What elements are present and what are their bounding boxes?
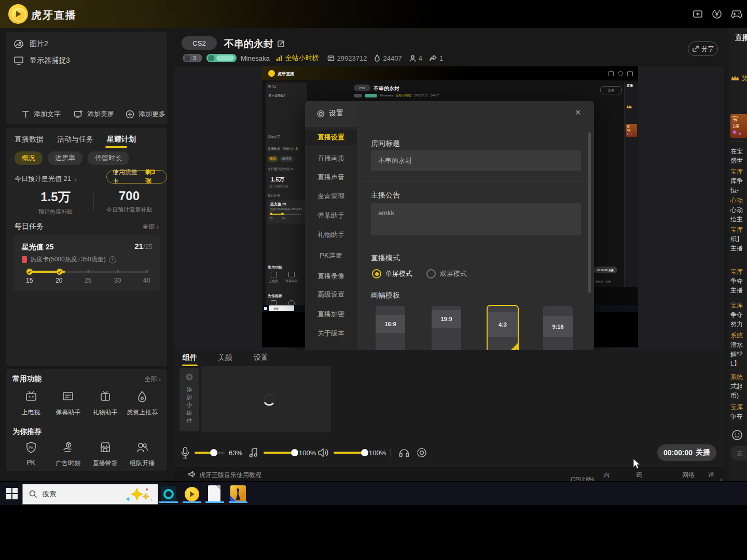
menu-advanced[interactable]: 高级设置 (305, 287, 357, 302)
running-indicator (229, 501, 247, 503)
widget-preview[interactable] (201, 366, 331, 432)
mic-volume-value: 63% (229, 449, 242, 457)
source-item-monitor[interactable]: 显示器捕捉3 (13, 54, 70, 67)
heat-value: 24407 (383, 54, 402, 62)
stream-settings-gear-icon[interactable] (416, 447, 427, 458)
tv-cast-icon[interactable] (693, 9, 703, 19)
gamepad-icon[interactable] (730, 9, 743, 19)
taskbar-app-obs[interactable] (161, 486, 176, 502)
speaker-icon[interactable] (317, 447, 329, 458)
emoji-smiley-icon[interactable] (731, 429, 743, 441)
recommend-item-pk[interactable]: PK PK (12, 441, 50, 468)
quick-all-link[interactable]: 全部 › (145, 375, 161, 384)
music-slider-knob[interactable] (291, 449, 298, 456)
info-icon[interactable]: ? (109, 256, 116, 263)
quick-item-tv[interactable]: 上电视 (12, 390, 50, 417)
share-button[interactable]: 分享 (688, 41, 718, 56)
start-button[interactable] (6, 488, 18, 499)
radio-off-icon (426, 269, 436, 278)
chevron-right-icon[interactable]: › (74, 175, 77, 184)
stop-stream-button[interactable]: 00:00:00 关播 (657, 444, 716, 461)
use-traffic-card-button[interactable]: 使用流量卡 剩3张 (106, 170, 167, 184)
tab-live-data[interactable]: 直播数据 (15, 135, 44, 144)
chat-divider (730, 142, 744, 143)
recommend-item-ad[interactable]: 广告时刻 (50, 441, 87, 468)
windows-taskbar: 搜索 (0, 482, 747, 505)
speaker-slider-knob[interactable] (361, 449, 368, 456)
tab-activities[interactable]: 活动与任务 (57, 135, 93, 144)
menu-live-settings[interactable]: 直播设置 (305, 130, 357, 145)
task-card: 星光值 25 21/25 热度卡(5000热度+350流量) ? 15 20 2… (13, 235, 160, 291)
chat-input[interactable]: 发 (730, 446, 747, 460)
taskbar-search-box[interactable]: 搜索 (22, 484, 158, 505)
template-16-9[interactable]: 16:9 (376, 306, 405, 353)
task-total: /25 (143, 243, 153, 250)
edit-title-icon[interactable] (277, 39, 285, 48)
pill-stay-time[interactable]: 停留时长 (88, 151, 129, 165)
menu-encrypt[interactable]: 直播加密 (305, 306, 357, 322)
menu-speech[interactable]: 发言管理 (305, 189, 357, 204)
chat-tab[interactable]: 直播 (735, 33, 747, 43)
chart-bars-icon (276, 55, 283, 62)
category-badge[interactable]: CS2 (182, 36, 217, 50)
quick-item-promote[interactable]: 虎翼上推荐 (124, 390, 161, 417)
search-highlights-icon[interactable] (124, 486, 154, 502)
template-9-16[interactable]: 9:16 (543, 306, 573, 353)
dialog-scrollbar[interactable] (588, 132, 591, 293)
data-panel: 直播数据 活动与任务 星耀计划 概况 进房率 停留时长 今日预计星光值 21 ›… (6, 128, 167, 366)
mic-icon[interactable] (181, 446, 190, 459)
pill-entry-rate[interactable]: 进房率 (48, 151, 82, 165)
menu-about[interactable]: 关于版本 (305, 326, 357, 341)
radio-dual-screen[interactable]: 双屏模式 (426, 269, 467, 278)
recommend-item-team[interactable]: 组队开播 (124, 441, 161, 468)
menu-quality[interactable]: 直播画质 (305, 151, 357, 166)
menu-record[interactable]: 直播录像 (305, 269, 357, 284)
taskbar-app-document[interactable] (208, 485, 220, 502)
letterbox-band (0, 505, 747, 560)
add-widget-button[interactable]: 添加小组件 (179, 368, 199, 431)
mic-slider-knob[interactable] (210, 449, 217, 456)
tab-star-plan[interactable]: 星耀计划 (107, 135, 136, 144)
music-notice-link[interactable]: 虎牙正版音乐使用教程 (199, 471, 261, 480)
source-item-image[interactable]: 图片2 (13, 37, 48, 51)
starlight-label: 今日预计星光值 21 (15, 174, 71, 184)
currency-icon[interactable] (711, 8, 723, 20)
menu-danmu[interactable]: 弹幕助手 (305, 208, 357, 223)
taskbar-app-cs2[interactable] (230, 485, 246, 502)
announce-label: 主播公告 (371, 191, 400, 200)
pk-shield-icon: PK (24, 441, 38, 454)
recommend-item-shop[interactable]: 直播带货 (87, 441, 124, 468)
close-icon[interactable]: ✕ (575, 108, 582, 117)
activity-banner[interactable]: 宝 1星 (730, 114, 747, 138)
add-text-button[interactable]: 添加文字 (22, 109, 61, 119)
radio-single-screen[interactable]: 单屏模式 (372, 269, 412, 278)
add-screen-button[interactable]: 添加美屏 (74, 109, 114, 119)
taskbar-app-huya[interactable] (184, 486, 200, 502)
pill-overview[interactable]: 概况 (15, 151, 43, 165)
quick-item-gift[interactable]: 礼物助手 (87, 390, 124, 417)
running-indicator (183, 501, 201, 503)
share-arrow-icon (430, 55, 437, 61)
hour-rank-label[interactable]: 全站小时榜 (285, 53, 319, 63)
add-more-button[interactable]: 添加更多 (126, 109, 165, 119)
hand-coin-icon (61, 441, 75, 454)
announce-input[interactable]: amkk (371, 203, 581, 235)
template-19-9[interactable]: 19:9 (432, 306, 461, 353)
divider (363, 181, 590, 182)
menu-sound[interactable]: 直播声音 (305, 170, 357, 185)
tab-beauty[interactable]: 美颜 (218, 353, 232, 362)
tab-widgets[interactable]: 组件 (183, 353, 197, 362)
mini-crown-icon (626, 104, 632, 109)
music-note-icon[interactable] (248, 447, 259, 458)
viewers-count: 4 (419, 54, 422, 62)
template-4-3-selected[interactable]: 4:3 (487, 305, 519, 355)
menu-gift[interactable]: 礼物助手 (305, 227, 357, 243)
headphone-icon[interactable] (398, 447, 410, 458)
traffic-subsidy-value: 700 (95, 189, 163, 203)
quick-item-danmu[interactable]: 弹幕助手 (50, 390, 87, 417)
daily-task-all-link[interactable]: 全部 › (143, 222, 159, 231)
tab-settings[interactable]: 设置 (254, 353, 268, 362)
menu-pk[interactable]: PK连麦 (305, 248, 357, 263)
detail-link[interactable]: 详情› (708, 471, 722, 481)
room-title-input[interactable]: 不串的永封 (371, 150, 581, 171)
